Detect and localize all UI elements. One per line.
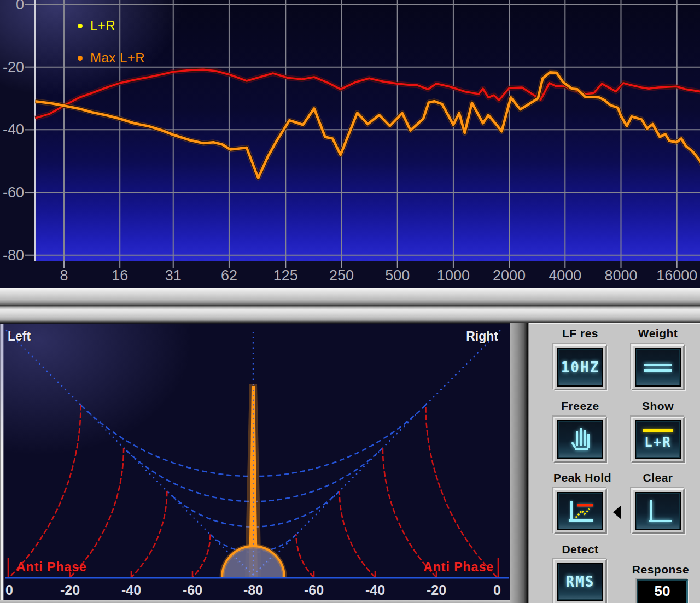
x-axis-labels: 8163162125250500100020004000800016000 bbox=[60, 267, 697, 284]
goniometer-bottom-edge bbox=[0, 600, 511, 603]
legend-dot-icon bbox=[78, 24, 83, 28]
show-line-icon bbox=[643, 429, 673, 432]
peak-hold-label: Peak Hold bbox=[553, 471, 611, 484]
svg-text:31: 31 bbox=[165, 267, 182, 284]
clear-label: Clear bbox=[643, 471, 673, 484]
panel-separator bbox=[510, 323, 529, 603]
detect-value: RMS bbox=[566, 573, 595, 590]
svg-text:-60: -60 bbox=[304, 582, 324, 598]
weight-label: Weight bbox=[638, 327, 678, 340]
spectrum-legend: L+RMax L+R bbox=[78, 16, 145, 81]
goniometer-scale-labels: 0-20-40-60-80-60-40-200 bbox=[5, 582, 501, 598]
hand-icon bbox=[566, 425, 594, 454]
panel-divider bbox=[0, 288, 700, 323]
svg-text:500: 500 bbox=[385, 267, 410, 284]
freeze-button[interactable] bbox=[553, 417, 607, 463]
detect-label: Detect bbox=[562, 543, 598, 556]
svg-text:-80: -80 bbox=[3, 247, 24, 264]
svg-text:125: 125 bbox=[273, 267, 298, 284]
svg-text:-60: -60 bbox=[3, 184, 24, 201]
spectrum-analyzer-panel: 81631621252505001000200040008000160000-2… bbox=[0, 0, 700, 288]
show-label: Show bbox=[642, 400, 674, 413]
legend-dot-icon bbox=[78, 56, 83, 61]
weight-button[interactable] bbox=[631, 344, 685, 390]
paz-analyzer-window: 81631621252505001000200040008000160000-2… bbox=[0, 0, 700, 603]
svg-text:2000: 2000 bbox=[493, 267, 526, 284]
svg-text:-40: -40 bbox=[365, 582, 385, 598]
response-label: Response bbox=[632, 563, 689, 576]
legend-item: L+R bbox=[78, 16, 145, 35]
arrow-left-icon bbox=[613, 505, 621, 519]
svg-text:-40: -40 bbox=[121, 582, 141, 598]
clear-button[interactable] bbox=[631, 488, 685, 534]
show-button[interactable]: L+R bbox=[631, 417, 685, 463]
svg-text:-80: -80 bbox=[243, 582, 263, 598]
freeze-label: Freeze bbox=[561, 400, 599, 413]
left-channel-label: Left bbox=[8, 329, 31, 344]
lf-res-value: 10HZ bbox=[561, 359, 600, 376]
lf-res-label: LF res bbox=[562, 327, 598, 340]
response-field[interactable]: 50 bbox=[637, 579, 688, 603]
show-value: L+R bbox=[644, 435, 671, 450]
detect-button[interactable]: RMS bbox=[553, 559, 607, 603]
anti-phase-label-left: Anti Phase bbox=[16, 560, 87, 575]
goniometer-panel: 0-20-40-60-80-60-40-200 Left Right Anti … bbox=[0, 323, 511, 603]
svg-text:0: 0 bbox=[5, 582, 13, 598]
goniometer-display: 0-20-40-60-80-60-40-200 bbox=[0, 324, 511, 600]
svg-text:1000: 1000 bbox=[437, 267, 470, 284]
svg-text:16: 16 bbox=[112, 267, 128, 284]
legend-item: Max L+R bbox=[78, 49, 145, 67]
svg-text:62: 62 bbox=[221, 267, 237, 284]
control-panel: LF res Weight 10HZ Freeze Show bbox=[529, 323, 700, 603]
svg-text:-40: -40 bbox=[3, 121, 24, 138]
svg-text:250: 250 bbox=[329, 267, 354, 284]
svg-text:8: 8 bbox=[60, 267, 68, 284]
legend-label: Max L+R bbox=[90, 50, 145, 66]
svg-text:4000: 4000 bbox=[549, 267, 581, 284]
svg-text:-20: -20 bbox=[427, 582, 446, 598]
weight-icon bbox=[635, 348, 681, 387]
lf-res-button[interactable]: 10HZ bbox=[553, 344, 607, 390]
svg-text:-20: -20 bbox=[60, 582, 80, 598]
axes-graph-icon bbox=[642, 497, 674, 525]
svg-text:16000: 16000 bbox=[656, 267, 697, 284]
legend-label: L+R bbox=[90, 18, 115, 33]
svg-text:-60: -60 bbox=[183, 582, 202, 598]
anti-phase-label-right: Anti Phase bbox=[423, 560, 494, 575]
svg-text:0: 0 bbox=[16, 0, 24, 13]
right-channel-label: Right bbox=[466, 329, 498, 344]
svg-text:8000: 8000 bbox=[604, 267, 637, 284]
svg-text:0: 0 bbox=[493, 582, 501, 598]
peak-hold-graph-icon bbox=[564, 497, 596, 525]
svg-text:-20: -20 bbox=[3, 59, 24, 75]
response-value: 50 bbox=[655, 583, 670, 600]
peak-hold-button[interactable] bbox=[553, 488, 607, 534]
